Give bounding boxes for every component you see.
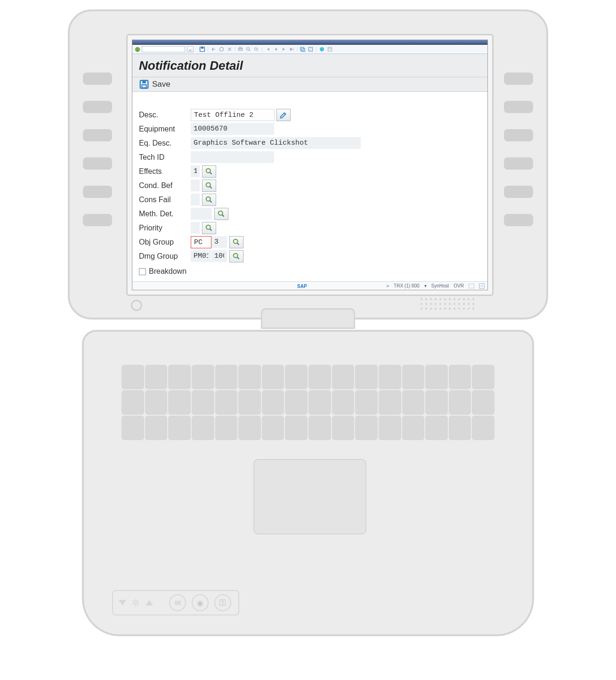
eq-desc-input[interactable] — [191, 137, 361, 149]
search-icon — [205, 196, 213, 204]
cond-bef-search-button[interactable] — [202, 180, 216, 192]
eq-desc-label: Eq. Desc. — [139, 139, 191, 147]
print-icon[interactable] — [237, 46, 243, 52]
svg-point-10 — [320, 47, 324, 51]
priority-search-button[interactable] — [202, 222, 216, 234]
search-icon — [217, 210, 226, 218]
save-button[interactable]: Save — [152, 80, 170, 89]
key-button[interactable]: ⚿ — [214, 594, 231, 611]
equipment-input[interactable] — [191, 123, 275, 135]
svg-rect-14 — [142, 85, 146, 88]
prev-page-icon[interactable] — [273, 46, 279, 52]
obj-group-value-input[interactable] — [211, 236, 227, 248]
trackpad[interactable] — [253, 459, 366, 534]
effects-search-button[interactable] — [202, 165, 216, 178]
breakdown-label: Breakdown — [149, 267, 186, 276]
priority-input[interactable] — [191, 222, 200, 234]
effects-label: Effects — [139, 167, 191, 176]
shortcut-icon[interactable] — [308, 46, 314, 52]
svg-point-17 — [206, 197, 211, 201]
status-bar: SAP » TRX (1) 800 ▾ SynHost OVR — [132, 281, 487, 290]
dmg-group-search-button[interactable] — [229, 250, 243, 262]
new-session-icon[interactable] — [300, 46, 306, 52]
breakdown-checkbox[interactable] — [139, 268, 146, 275]
meth-det-input[interactable] — [191, 208, 212, 220]
back-icon[interactable] — [211, 46, 217, 52]
svg-rect-11 — [328, 47, 332, 51]
system-toolbar: ⌄ | | | | | — [132, 45, 487, 54]
sap-logo: SAP — [297, 284, 307, 289]
cons-fail-search-button[interactable] — [202, 194, 216, 206]
status-server: SynHost — [431, 283, 449, 288]
save-icon[interactable] — [139, 79, 149, 90]
last-page-icon[interactable] — [289, 46, 295, 52]
device-lid: ⌄ | | | | | — [68, 9, 548, 320]
help-icon[interactable] — [319, 46, 325, 52]
command-field[interactable] — [142, 46, 185, 52]
pencil-icon — [279, 111, 288, 119]
svg-rect-8 — [302, 49, 305, 52]
tech-id-input[interactable] — [191, 151, 275, 164]
dmg-group-value-input[interactable] — [211, 250, 227, 262]
svg-point-15 — [206, 169, 211, 173]
status-mode: OVR — [454, 283, 464, 288]
indicator-led — [131, 300, 142, 311]
dmg-group-code-input[interactable] — [191, 250, 211, 262]
status-settings-icon[interactable] — [479, 283, 485, 289]
obj-group-search-button[interactable] — [229, 236, 243, 248]
svg-point-5 — [247, 48, 250, 50]
search-icon — [232, 252, 241, 261]
search-icon — [205, 181, 213, 190]
cancel-icon[interactable] — [227, 46, 233, 52]
meth-det-search-button[interactable] — [214, 208, 228, 220]
device-frame: ⌄ | | | | | — [68, 9, 548, 674]
find-icon[interactable] — [245, 46, 251, 52]
search-icon — [205, 224, 213, 232]
window-titlebar[interactable] — [132, 40, 487, 45]
layout-icon[interactable] — [327, 46, 333, 52]
next-page-icon[interactable] — [281, 46, 287, 52]
cons-fail-label: Cons Fail — [139, 196, 191, 204]
mail-button[interactable]: ✉ — [169, 594, 186, 611]
find-next-icon[interactable] — [253, 46, 259, 52]
brightness-icon: ✲ — [132, 597, 140, 608]
cond-bef-label: Cond. Bef — [139, 181, 191, 190]
desc-input[interactable] — [191, 109, 275, 121]
search-icon — [232, 238, 241, 246]
obj-group-label: Obj Group — [139, 238, 191, 246]
screen: ⌄ | | | | | — [132, 40, 488, 290]
desc-label: Desc. — [139, 111, 191, 119]
meth-det-label: Meth. Det. — [139, 210, 191, 218]
priority-label: Priority — [139, 224, 191, 232]
status-more-icon[interactable]: » — [387, 283, 389, 288]
svg-point-6 — [255, 48, 257, 50]
cond-bef-input[interactable] — [191, 180, 200, 192]
desc-edit-button[interactable] — [276, 109, 291, 121]
svg-rect-4 — [239, 47, 242, 49]
brightness-up-button[interactable] — [146, 600, 153, 606]
form-body: Desc. Equipment Eq. Desc. — [132, 92, 487, 282]
svg-rect-7 — [300, 47, 304, 50]
first-page-icon[interactable] — [265, 46, 271, 52]
dmg-group-label: Dmg Group — [139, 252, 191, 261]
svg-point-16 — [206, 183, 211, 187]
equipment-label: Equipment — [139, 125, 191, 133]
svg-point-20 — [234, 239, 238, 244]
page-title: Notification Detail — [139, 58, 481, 73]
svg-point-2 — [219, 47, 223, 51]
obj-group-code-input[interactable] — [191, 236, 211, 248]
status-dropdown-icon[interactable]: ▾ — [424, 283, 427, 288]
status-scroll-icon[interactable] — [469, 284, 474, 288]
cons-fail-input[interactable] — [191, 194, 200, 206]
effects-input[interactable] — [191, 165, 200, 178]
search-icon — [205, 167, 213, 176]
save-icon[interactable] — [199, 46, 205, 52]
record-button[interactable]: ◉ — [192, 594, 209, 611]
brightness-down-button[interactable] — [119, 600, 126, 606]
command-dropdown[interactable]: ⌄ — [187, 46, 194, 52]
page-header: Notification Detail — [132, 54, 487, 77]
enter-status-icon[interactable] — [135, 47, 140, 52]
keyboard[interactable] — [122, 365, 494, 440]
svg-point-18 — [219, 211, 223, 215]
exit-icon[interactable] — [219, 46, 225, 52]
